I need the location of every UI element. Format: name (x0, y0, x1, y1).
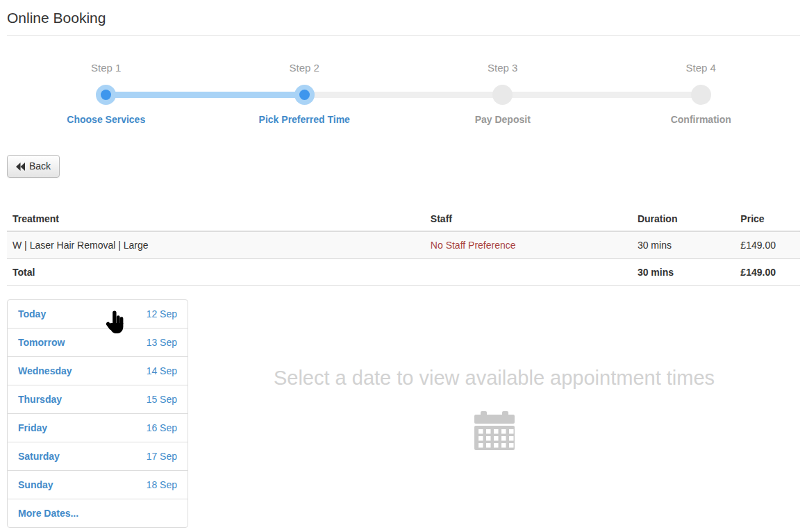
summary-header-row: TreatmentStaffDurationPrice (7, 207, 800, 231)
column-header-duration: Duration (632, 207, 735, 231)
progress-segment-2 (304, 92, 503, 98)
step-number-label: Step 3 (404, 62, 602, 74)
date-value-label: 15 Sep (147, 394, 177, 405)
title-divider (7, 35, 800, 36)
date-row-thursday[interactable]: Thursday15 Sep (8, 385, 188, 413)
calendar-icon (188, 411, 800, 452)
progress-segment-3 (503, 92, 701, 98)
page-title: Online Booking (7, 0, 800, 26)
total-row: Total30 mins£149.00 (7, 259, 800, 286)
step-dot-pay-deposit (492, 85, 513, 105)
date-day-label: Saturday (18, 451, 60, 462)
booking-summary-table: TreatmentStaffDurationPrice W | Laser Ha… (7, 207, 800, 286)
time-selection-section: Today12 SepTomorrow13 SepWednesday14 Sep… (7, 299, 800, 528)
price-cell: £149.00 (735, 231, 800, 259)
staff-cell: No Staff Preference (425, 231, 632, 259)
step-number-label: Step 2 (206, 62, 404, 74)
more-dates-label: More Dates... (18, 508, 78, 519)
date-row-saturday[interactable]: Saturday17 Sep (8, 442, 188, 470)
date-value-label: 16 Sep (147, 422, 177, 433)
date-value-label: 13 Sep (147, 337, 177, 348)
progress-steps: Step 1Choose ServicesStep 2Pick Preferre… (7, 62, 800, 126)
date-day-label: Wednesday (18, 365, 72, 376)
more-dates-link[interactable]: More Dates... (8, 499, 188, 527)
select-date-message: Select a date to view available appointm… (188, 367, 800, 390)
date-row-today[interactable]: Today12 Sep (8, 300, 188, 328)
total-duration-cell: 30 mins (632, 259, 735, 286)
date-day-label: Tomorrow (18, 337, 65, 348)
appointment-times-panel: Select a date to view available appointm… (188, 299, 800, 452)
date-day-label: Thursday (18, 394, 62, 405)
date-value-label: 14 Sep (147, 365, 177, 376)
step-title-pick-preferred-time: Pick Preferred Time (206, 114, 404, 125)
total-label-cell: Total (7, 259, 425, 286)
online-booking-page: Online Booking Step 1Choose ServicesStep… (0, 0, 807, 528)
column-header-staff: Staff (425, 207, 632, 231)
date-list: Today12 SepTomorrow13 SepWednesday14 Sep… (7, 299, 188, 528)
total-price-cell: £149.00 (735, 259, 800, 286)
step-title-pay-deposit: Pay Deposit (404, 114, 602, 125)
step-number-label: Step 4 (602, 62, 801, 74)
fast-backward-icon (16, 163, 29, 171)
date-day-label: Sunday (18, 479, 53, 490)
date-row-sunday[interactable]: Sunday18 Sep (8, 470, 188, 499)
step-dot-pick-preferred-time (294, 85, 315, 105)
progress-segment-1 (106, 92, 305, 98)
date-value-label: 17 Sep (147, 451, 177, 462)
step-number-label: Step 1 (7, 62, 206, 74)
duration-cell: 30 mins (632, 231, 735, 259)
date-row-tomorrow[interactable]: Tomorrow13 Sep (8, 328, 188, 356)
treatment-row: W | Laser Hair Removal | LargeNo Staff P… (7, 231, 800, 259)
column-header-treatment: Treatment (7, 207, 425, 231)
step-dot-confirmation (691, 85, 711, 105)
step-title-choose-services: Choose Services (7, 114, 206, 125)
date-value-label: 18 Sep (147, 479, 177, 490)
total-staff-cell (425, 259, 632, 286)
date-row-friday[interactable]: Friday16 Sep (8, 413, 188, 442)
step-dot-choose-services (96, 85, 116, 105)
back-button[interactable]: Back (7, 155, 60, 178)
date-day-label: Today (18, 308, 46, 319)
date-row-wednesday[interactable]: Wednesday14 Sep (8, 356, 188, 385)
step-title-confirmation: Confirmation (602, 114, 801, 125)
date-day-label: Friday (18, 422, 47, 433)
summary-body: W | Laser Hair Removal | LargeNo Staff P… (7, 231, 800, 286)
treatment-cell: W | Laser Hair Removal | Large (7, 231, 425, 259)
back-button-label: Back (29, 160, 51, 173)
column-header-price: Price (735, 207, 800, 231)
date-value-label: 12 Sep (147, 308, 177, 319)
